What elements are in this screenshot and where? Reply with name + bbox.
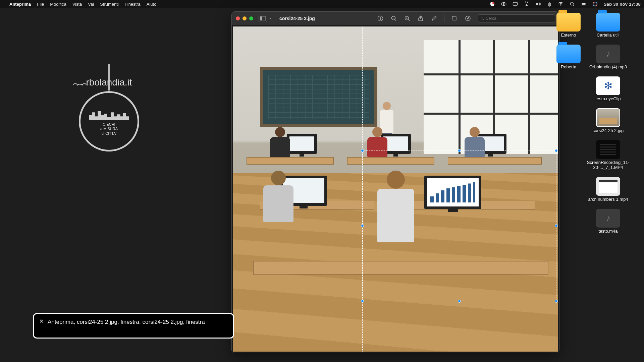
menu-file[interactable]: File <box>37 2 44 7</box>
selection-handle[interactable] <box>555 149 558 152</box>
svg-rect-14 <box>380 18 381 20</box>
svg-rect-11 <box>260 16 262 20</box>
close-window-button[interactable] <box>236 16 240 20</box>
folder-icon <box>556 45 581 63</box>
desktop-file-corsi-jpg[interactable]: corsi24-25 2.jpg <box>583 108 633 133</box>
icon-label: arch numbers 1.mp4 <box>588 197 628 202</box>
svg-rect-6 <box>582 3 586 4</box>
desktop-file-eyeclip[interactable]: testo.eyeClip <box>583 76 633 102</box>
search-icon <box>480 16 484 20</box>
window-titlebar[interactable]: corsi24-25 2.jpg <box>232 12 559 25</box>
selection-handle[interactable] <box>361 300 364 303</box>
rotate-button[interactable] <box>451 15 458 22</box>
video-thumbnail-icon <box>596 177 620 196</box>
eyeclip-file-icon <box>596 76 620 95</box>
window-title: corsi24-25 2.jpg <box>279 16 315 21</box>
sidebar-toggle-icon <box>260 16 266 20</box>
desktop-file-orbolandia-mp3[interactable]: Orbolandia (4).mp3 <box>583 45 633 70</box>
markup-button[interactable] <box>431 15 437 22</box>
menu-tools[interactable]: Strumenti <box>100 2 119 7</box>
folder-icon <box>556 13 581 32</box>
menu-help[interactable]: Aiuto <box>147 2 157 7</box>
svg-point-20 <box>481 17 483 19</box>
svg-point-13 <box>380 17 381 17</box>
info-button[interactable] <box>377 15 384 22</box>
siri-icon[interactable] <box>592 1 598 7</box>
screen-mirroring-icon[interactable] <box>513 1 518 7</box>
sound-icon[interactable] <box>535 1 541 7</box>
video-thumbnail-icon <box>596 140 620 159</box>
svg-point-4 <box>560 5 561 6</box>
svg-rect-3 <box>513 2 517 5</box>
window-traffic-lights <box>236 16 253 20</box>
sidebar-toggle-button[interactable] <box>259 15 267 22</box>
image-content <box>233 26 558 352</box>
glasses-icon <box>73 80 92 88</box>
menu-edit[interactable]: Modifica <box>50 2 66 7</box>
audio-file-icon <box>596 209 620 228</box>
desktop-folder-cartella-utili[interactable]: Cartella utili <box>583 13 633 38</box>
wallpaper-logo: rbolandia.it CIECHI a MISURA di CITTA' <box>67 64 151 152</box>
preview-window: corsi24-25 2.jpg <box>231 11 559 353</box>
airplay-icon[interactable] <box>524 1 529 7</box>
selection-rectangle[interactable] <box>362 150 556 301</box>
voiceover-caption: ✕ Anteprima, corsi24-25 2.jpg, finestra,… <box>33 313 234 339</box>
search-input[interactable] <box>486 16 553 21</box>
menu-go[interactable]: Vai <box>88 2 94 7</box>
icon-label: Esterno <box>561 33 576 38</box>
icon-label: testo.eyeClip <box>595 97 621 102</box>
wallpaper-badge-line2: a MISURA <box>100 127 118 131</box>
zoom-out-button[interactable] <box>390 15 397 22</box>
selection-handle[interactable] <box>555 224 558 227</box>
selection-handle[interactable] <box>555 300 558 303</box>
desktop-file-arch-numbers[interactable]: arch numbers 1.mp4 <box>583 177 633 202</box>
edit-button[interactable] <box>465 15 471 22</box>
spotlight-icon[interactable] <box>570 1 575 7</box>
close-caption-button[interactable]: ✕ <box>39 319 44 324</box>
image-canvas[interactable] <box>232 25 559 353</box>
zoom-in-button[interactable] <box>404 15 411 22</box>
wallpaper-brand: rbolandia.it <box>86 77 132 87</box>
icon-label: corsi24-25 2.jpg <box>593 128 624 133</box>
icon-label: testo.m4a <box>598 229 618 234</box>
share-button[interactable] <box>417 15 424 22</box>
desktop-file-testo-m4a[interactable]: testo.m4a <box>583 209 633 234</box>
wifi-icon[interactable] <box>558 1 564 7</box>
svg-point-2 <box>503 3 504 5</box>
image-thumbnail-icon <box>596 108 620 127</box>
wallpaper-badge-line1: CIECHI <box>100 122 118 127</box>
svg-rect-7 <box>582 4 586 5</box>
selection-handle[interactable] <box>458 300 461 303</box>
selection-handle[interactable] <box>458 149 461 152</box>
menubar: Anteprima File Modifica Vista Vai Strume… <box>0 0 644 8</box>
caption-text: Anteprima, corsi24-25 2.jpg, finestra, c… <box>48 319 205 325</box>
app-name[interactable]: Anteprima <box>9 2 31 7</box>
chalkboard-graphic <box>260 67 377 127</box>
icon-label: Roberta <box>561 65 576 70</box>
icon-label: Cartella utili <box>597 33 620 38</box>
minimize-window-button[interactable] <box>243 16 247 20</box>
zoom-window-button[interactable] <box>249 16 253 20</box>
svg-point-0 <box>492 2 494 4</box>
skyline-icon <box>89 107 129 120</box>
accessibility-eye-icon[interactable] <box>501 1 506 7</box>
svg-point-5 <box>570 2 573 5</box>
bluetooth-icon[interactable] <box>547 1 552 7</box>
icon-label: Orbolandia (4).mp3 <box>589 65 627 70</box>
svg-rect-18 <box>453 17 456 20</box>
status-malware-icon[interactable] <box>490 1 495 7</box>
control-center-icon[interactable] <box>581 1 586 7</box>
selection-handle[interactable] <box>361 149 364 152</box>
selection-handle[interactable] <box>361 224 364 227</box>
menu-window[interactable]: Finestra <box>125 2 141 7</box>
menu-view[interactable]: Vista <box>72 2 82 7</box>
icon-label: ScreenRecording_11-30-..._7_1.MP4 <box>583 160 633 170</box>
desktop-file-screenrecording[interactable]: ScreenRecording_11-30-..._7_1.MP4 <box>583 140 633 170</box>
wallpaper-badge-line3: di CITTA' <box>100 131 118 136</box>
folder-icon <box>596 13 620 32</box>
toolbar-divider <box>444 15 444 22</box>
audio-file-icon <box>596 45 620 63</box>
menubar-clock[interactable]: Sab 30 nov 17:38 <box>604 2 641 7</box>
